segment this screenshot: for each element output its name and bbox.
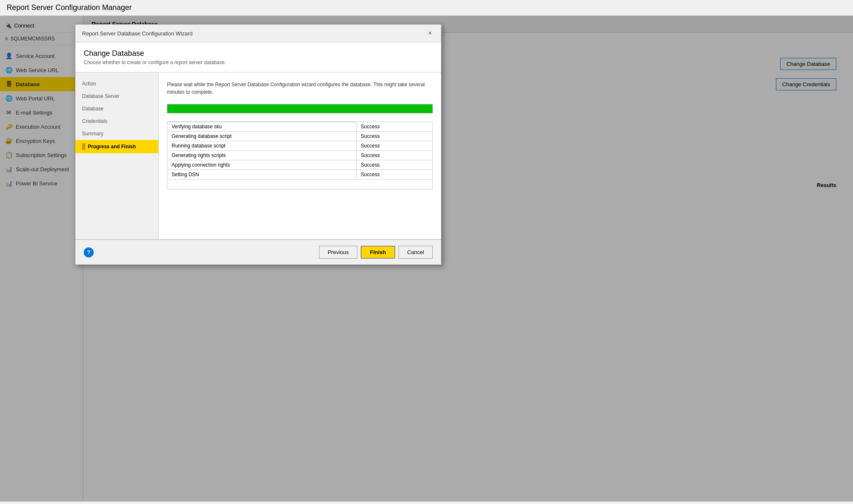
results-table: Verifying database sku Success Generatin… bbox=[167, 122, 433, 190]
status-cell: Success bbox=[357, 151, 433, 160]
app-title: Report Server Configuration Manager bbox=[7, 3, 132, 12]
dialog-close-button[interactable]: × bbox=[426, 29, 434, 38]
wizard-step-credentials[interactable]: Credentials bbox=[75, 115, 158, 127]
dialog-header: Change Database Choose whether to create… bbox=[75, 42, 441, 72]
app-window: 🔌 Connect ≡ SQLMEMCM\SSRS 👤 Service Acco… bbox=[0, 16, 853, 502]
dialog-title: Report Server Database Configuration Wiz… bbox=[82, 30, 192, 37]
progress-bar-fill bbox=[167, 105, 432, 113]
help-button[interactable]: ? bbox=[84, 247, 94, 257]
table-row: Generating database script Success bbox=[167, 132, 433, 141]
dialog-overlay: Report Server Database Configuration Wiz… bbox=[0, 16, 853, 502]
table-row: Verifying database sku Success bbox=[167, 122, 433, 132]
wizard-step-database[interactable]: Database bbox=[75, 102, 158, 115]
cancel-button[interactable]: Cancel bbox=[399, 246, 433, 259]
task-cell: Generating rights scripts bbox=[167, 151, 357, 160]
task-cell: Verifying database sku bbox=[167, 122, 357, 132]
wizard-step-database-server[interactable]: Database Server bbox=[75, 90, 158, 102]
wizard-step-action[interactable]: Action bbox=[75, 77, 158, 90]
table-row: Setting DSN Success bbox=[167, 170, 433, 180]
task-cell: Generating database script bbox=[167, 132, 357, 141]
dialog-body: ActionDatabase ServerDatabaseCredentials… bbox=[75, 72, 441, 239]
wizard-step-progress-finish[interactable]: Progress and Finish bbox=[75, 140, 158, 153]
wizard-content: Please wait while the Report Server Data… bbox=[159, 72, 441, 239]
status-cell: Success bbox=[357, 141, 433, 151]
dialog-titlebar: Report Server Database Configuration Wiz… bbox=[75, 25, 441, 42]
dialog: Report Server Database Configuration Wiz… bbox=[75, 24, 441, 265]
title-bar: Report Server Configuration Manager bbox=[0, 0, 853, 16]
wizard-nav: ActionDatabase ServerDatabaseCredentials… bbox=[75, 72, 159, 239]
task-cell: Setting DSN bbox=[167, 170, 357, 180]
finish-button[interactable]: Finish bbox=[361, 246, 395, 259]
status-cell: Success bbox=[357, 160, 433, 170]
status-cell: Success bbox=[357, 132, 433, 141]
progress-container bbox=[167, 104, 433, 113]
wizard-step-marker bbox=[82, 143, 85, 150]
previous-button[interactable]: Previous bbox=[319, 246, 358, 259]
table-row: Running database script Success bbox=[167, 141, 433, 151]
wizard-step-summary[interactable]: Summary bbox=[75, 127, 158, 140]
wizard-description: Please wait while the Report Server Data… bbox=[167, 81, 433, 96]
status-cell: Success bbox=[357, 170, 433, 180]
dialog-main-title: Change Database bbox=[84, 49, 433, 58]
progress-bar-background bbox=[167, 104, 433, 113]
footer-buttons: Previous Finish Cancel bbox=[319, 246, 433, 259]
task-cell: Running database script bbox=[167, 141, 357, 151]
dialog-footer: ? Previous Finish Cancel bbox=[75, 239, 441, 264]
task-cell: Applying connection rights bbox=[167, 160, 357, 170]
status-cell: Success bbox=[357, 122, 433, 132]
table-empty-row bbox=[167, 180, 433, 190]
table-row: Generating rights scripts Success bbox=[167, 151, 433, 160]
dialog-subtitle: Choose whether to create or configure a … bbox=[84, 60, 433, 65]
table-row: Applying connection rights Success bbox=[167, 160, 433, 170]
